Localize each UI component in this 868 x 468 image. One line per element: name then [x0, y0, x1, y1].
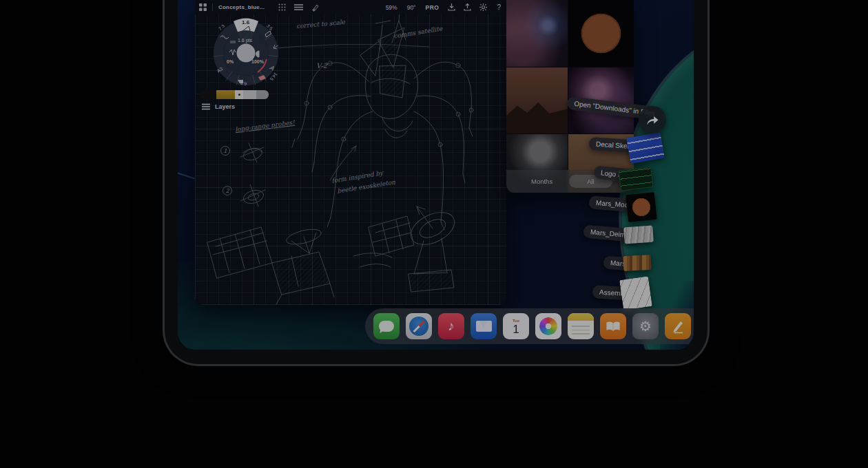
photo-thumbnail-nebula[interactable] — [506, 0, 568, 67]
layers-button[interactable]: Layers — [202, 103, 235, 110]
ipad-screen: correct to scale comms satellite V-2 lon… — [178, 0, 694, 350]
photos-flower-icon — [539, 317, 557, 335]
photos-app-window: Months All — [506, 0, 634, 193]
swatch-lightgray[interactable] — [243, 90, 256, 99]
color-palette-strip[interactable] — [200, 90, 269, 99]
toolbar-divider — [212, 3, 213, 11]
rotation-value[interactable]: 90° — [407, 4, 416, 11]
annotation-version: V-2 — [316, 62, 327, 70]
size-pts-label: 1.6 pts — [238, 38, 252, 43]
dock-app-calendar[interactable]: Tue 1 — [503, 313, 529, 339]
dock-app-books[interactable] — [600, 313, 626, 339]
photo-thumbnail-mars-landscape[interactable] — [506, 67, 568, 134]
dock-app-photos[interactable] — [535, 313, 561, 339]
tool-wheel[interactable]: A A3 1.6 1.6 pts 0% 100% 7.3 3.5 14.5 6.… — [210, 17, 282, 88]
import-icon[interactable] — [448, 3, 455, 11]
drag-thumb-mars-deimos[interactable] — [623, 226, 654, 244]
precision-grid-icon[interactable] — [278, 3, 286, 11]
photo-thumbnail-mars-globe[interactable] — [568, 0, 634, 67]
settings-gear-icon[interactable] — [479, 3, 487, 11]
layers-label: Layers — [215, 103, 235, 110]
concepts-toolbar: Concepts_blue... 59% 90° PRO — [195, 0, 506, 14]
dock-app-concepts[interactable] — [665, 313, 691, 339]
dock-app-settings[interactable]: ⚙ — [632, 313, 659, 339]
notes-header-icon — [568, 313, 594, 321]
mail-envelope-icon — [476, 321, 492, 332]
opacity-min-label: 0% — [227, 59, 234, 64]
zoom-level[interactable]: 59% — [386, 4, 397, 11]
drag-thumb-mars[interactable] — [623, 255, 651, 271]
concepts-app-window: correct to scale comms satellite V-2 lon… — [195, 0, 506, 305]
dock: ♪ Tue 1 ⚙ — [365, 308, 694, 344]
segment-months[interactable]: Months — [521, 175, 562, 188]
swatch-black[interactable] — [200, 90, 216, 99]
safari-compass-icon — [409, 317, 428, 336]
notes-lines-icon — [568, 321, 594, 339]
opacity-max-label: 100% — [251, 59, 264, 64]
ring-value-bottom: 6.9 — [240, 81, 247, 86]
export-icon[interactable] — [464, 3, 471, 11]
books-open-book-icon — [606, 321, 621, 332]
drag-thumb-mars-model[interactable] — [626, 192, 657, 222]
drag-thumb-assembly[interactable] — [619, 276, 652, 310]
annotation-probe-1: 1 — [220, 146, 230, 156]
help-button[interactable]: ? — [497, 3, 501, 11]
layer-stack-icon[interactable] — [294, 3, 303, 11]
active-size-value: 1.6 — [242, 19, 249, 25]
dock-app-mail[interactable] — [471, 313, 497, 339]
dock-app-messages[interactable] — [373, 313, 400, 339]
annotation-probe-2: 2 — [223, 186, 232, 195]
screenshot-stage: correct to scale comms satellite V-2 lon… — [0, 0, 868, 468]
layers-list-icon — [202, 103, 210, 110]
swatch-gray[interactable] — [256, 90, 269, 99]
forward-arrow-icon — [645, 114, 659, 125]
swatch-gold[interactable] — [216, 90, 235, 99]
music-note-icon: ♪ — [448, 319, 455, 334]
drag-thumb-logo-detail[interactable] — [618, 167, 653, 191]
concepts-pen-icon — [670, 318, 686, 334]
messages-bubble-icon — [379, 321, 394, 332]
settings-gear-glyph: ⚙ — [639, 318, 652, 334]
swatch-active[interactable] — [235, 90, 243, 99]
dock-app-notes[interactable] — [568, 313, 594, 339]
document-title[interactable]: Concepts_blue... — [218, 4, 265, 10]
dock-app-music[interactable]: ♪ — [438, 313, 464, 339]
gallery-grid-icon[interactable] — [199, 3, 207, 11]
share-forward-button[interactable] — [639, 106, 666, 134]
selection-pen-icon[interactable] — [311, 3, 320, 12]
dock-app-safari[interactable] — [406, 313, 432, 339]
pro-badge[interactable]: PRO — [426, 4, 440, 11]
calendar-day: 1 — [513, 323, 519, 336]
